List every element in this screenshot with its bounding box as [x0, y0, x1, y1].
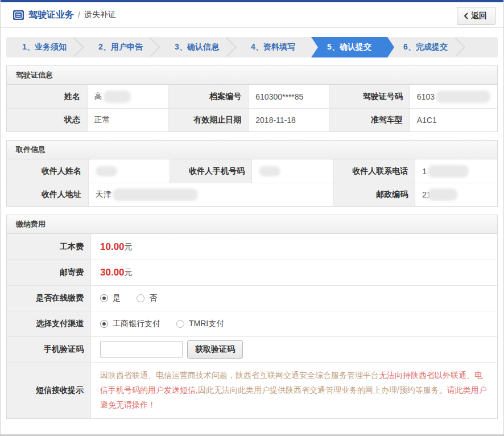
- step-1-notice: 1、业务须知: [6, 37, 82, 57]
- status-label: 状态: [7, 108, 88, 131]
- sms-notice-label: 短信接收提示: [7, 362, 91, 418]
- back-button-label: 返回: [471, 11, 487, 21]
- step-label: 3、确认信息: [175, 42, 219, 52]
- radio-yes-label: 是: [113, 293, 121, 303]
- page-header: 驾驶证业务 / 遗失补证 返回: [1, 2, 503, 28]
- production-fee-label: 工本费: [7, 234, 91, 260]
- file-number-text: 610300****85: [255, 92, 303, 101]
- redaction-blur: [428, 188, 457, 201]
- step-5-confirm-submit-active: 5、确认提交: [311, 37, 387, 57]
- pickup-section-title: 取件信息: [7, 141, 497, 159]
- postage-fee-value: 30.00元: [91, 260, 497, 285]
- payment-section: 缴纳费用 工本费 10.00元 邮寄费 30.00元 是否在线缴费 是 否: [6, 215, 498, 419]
- postal-code-label: 邮政编码: [334, 183, 416, 206]
- recipient-name-label: 收件人姓名: [7, 159, 89, 183]
- page-title: 驾驶证业务: [28, 9, 74, 21]
- page: 驾驶证业务 / 遗失补证 返回 1、业务须知 2、用户申告 3、确认信息 4、资…: [0, 0, 504, 436]
- redaction-blur: [104, 91, 131, 103]
- name-label: 姓名: [7, 85, 88, 108]
- name-text: 高: [94, 92, 102, 102]
- license-number-value: 6103: [410, 85, 497, 108]
- recipient-phone-value: 1: [415, 159, 497, 183]
- recipient-phone-text: 1: [422, 167, 427, 176]
- payment-channel-options: 工商银行支付 TMRI支付: [91, 311, 497, 336]
- recipient-address-value: 天津: [89, 183, 334, 206]
- recipient-phone-label: 收件人联系电话: [334, 159, 416, 183]
- form-icon: [13, 10, 24, 20]
- radio-tmri-icon[interactable]: [176, 320, 184, 328]
- online-payment-options: 是 否: [91, 285, 497, 311]
- step-2-declaration: 2、用户申告: [82, 37, 159, 57]
- radio-no-label: 否: [149, 293, 157, 303]
- breadcrumb-current: 遗失补证: [84, 10, 116, 20]
- postage-fee-amount: 30.00: [100, 267, 125, 278]
- payment-section-title: 缴纳费用: [7, 215, 497, 234]
- pickup-info-section: 取件信息 收件人姓名 收件人手机号码 收件人联系电话 1 收件人地址 天津 邮政…: [6, 140, 498, 207]
- chevron-separator-icon: [65, 38, 84, 57]
- payment-channel-label: 选择支付渠道: [7, 311, 91, 336]
- expiry-date-text: 2018-11-18: [255, 116, 296, 125]
- notice-segment: 因陕西省联通、电信运营商技术问题，陕西省互联网交通安全综合服务管理平台: [100, 371, 379, 380]
- status-text: 正常: [94, 115, 110, 125]
- vehicle-class-label: 准驾车型: [329, 108, 410, 131]
- sms-notice-text: 因陕西省联通、电信运营商技术问题，陕西省互联网交通安全综合服务管理平台无法向持陕…: [91, 362, 497, 418]
- radio-icbc-label: 工商银行支付: [113, 319, 160, 329]
- step-label: 2、用户申告: [98, 42, 143, 52]
- recipient-address-text: 天津: [96, 190, 111, 200]
- radio-option-no[interactable]: 否: [137, 293, 157, 303]
- license-section-title: 驾驶证信息: [7, 66, 497, 85]
- fee-unit: 元: [125, 242, 133, 252]
- recipient-mobile-label: 收件人手机号码: [170, 159, 252, 183]
- chevron-separator-icon: [446, 38, 465, 57]
- step-3-confirm-info: 3、确认信息: [159, 37, 235, 57]
- production-fee-amount: 10.00: [100, 241, 125, 253]
- step-4-fill-data: 4、资料填写: [235, 37, 311, 57]
- step-label: 6、完成提交: [403, 42, 448, 52]
- recipient-mobile-value: [252, 159, 334, 183]
- vehicle-class-value: A1C1: [410, 108, 497, 131]
- redaction-blur: [428, 165, 469, 178]
- step-label: 4、资料填写: [251, 42, 295, 52]
- sms-code-input[interactable]: [100, 341, 183, 358]
- online-payment-label: 是否在线缴费: [7, 285, 91, 311]
- name-value: 高: [88, 85, 168, 108]
- step-label: 5、确认提交: [327, 42, 371, 52]
- radio-no-icon[interactable]: [137, 294, 144, 302]
- step-6-complete: 6、完成提交: [387, 37, 464, 57]
- radio-yes-icon[interactable]: [100, 294, 108, 302]
- pickup-table: 收件人姓名 收件人手机号码 收件人联系电话 1 收件人地址 天津 邮政编码 21: [7, 159, 497, 206]
- redaction-blur: [259, 166, 280, 176]
- notice-segment: 因此无法向此类用户提供陕西省交通管理业务的网上办理/预约等服务。: [198, 385, 447, 394]
- expiry-date-label: 有效期止日期: [168, 108, 249, 131]
- sms-code-label: 手机验证码: [7, 336, 91, 362]
- chevron-separator-icon: [217, 38, 237, 57]
- breadcrumb-divider: /: [78, 10, 80, 19]
- radio-tmri-label: TMRI支付: [189, 319, 224, 329]
- back-button[interactable]: 返回: [457, 7, 495, 25]
- chevron-separator-icon: [141, 38, 160, 57]
- license-info-section: 驾驶证信息 姓名 高 档案编号 610300****85 驾驶证号码 6103 …: [6, 65, 498, 132]
- chevron-left-icon: [464, 13, 468, 19]
- license-number-label: 驾驶证号码: [329, 85, 410, 108]
- radio-option-tmri[interactable]: TMRI支付: [176, 319, 224, 329]
- get-sms-code-button[interactable]: 获取验证码: [187, 340, 243, 359]
- file-number-label: 档案编号: [168, 85, 249, 108]
- redaction-blur: [436, 91, 490, 103]
- status-value: 正常: [88, 108, 168, 131]
- radio-icbc-icon[interactable]: [100, 320, 108, 328]
- license-number-text: 6103: [417, 92, 435, 101]
- fee-unit: 元: [125, 268, 133, 278]
- sms-code-row: 获取验证码: [91, 336, 497, 362]
- license-table: 姓名 高 档案编号 610300****85 驾驶证号码 6103 状态 正常 …: [7, 85, 497, 131]
- step-label: 1、业务须知: [22, 42, 67, 52]
- expiry-date-value: 2018-11-18: [249, 108, 329, 131]
- recipient-name-value: [89, 159, 171, 183]
- postage-fee-label: 邮寄费: [7, 260, 91, 285]
- radio-option-yes[interactable]: 是: [100, 293, 121, 303]
- redaction-blur: [96, 166, 117, 176]
- vehicle-class-text: A1C1: [417, 116, 437, 125]
- recipient-address-label: 收件人地址: [7, 183, 89, 206]
- radio-option-icbc[interactable]: 工商银行支付: [100, 319, 160, 329]
- step-wizard: 1、业务须知 2、用户申告 3、确认信息 4、资料填写 5、确认提交 6、完成提…: [6, 37, 498, 57]
- postal-code-value: 21: [415, 183, 497, 206]
